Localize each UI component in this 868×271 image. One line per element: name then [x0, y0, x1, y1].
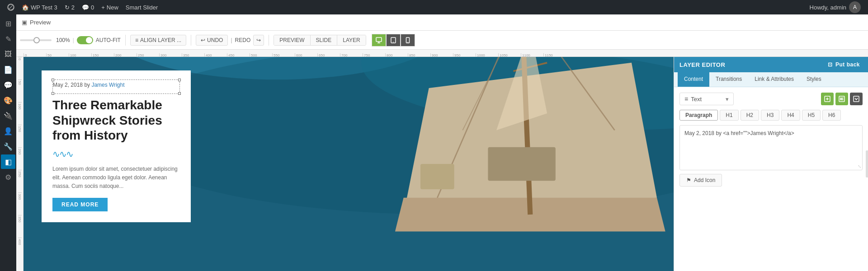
type-action-buttons	[821, 93, 863, 105]
heading-h2[interactable]: H2	[741, 110, 759, 121]
heading-buttons-group: Paragraph H1 H2 H3 H4 H5 H6	[679, 110, 863, 121]
layer-editor-header: LAYER EDITOR ⊡ Put back	[674, 57, 868, 72]
ruler-v-400: 400	[18, 238, 22, 260]
svg-rect-27	[854, 96, 859, 102]
preview-slide-layer-group: PREVIEW SLIDE LAYER	[274, 35, 366, 46]
site-name-item[interactable]: 🏠 WP Test 3	[18, 0, 61, 14]
updates-item[interactable]: ↻ 2	[61, 0, 78, 14]
put-back-icon: ⊡	[828, 61, 833, 68]
align-icon: ≡	[135, 37, 138, 43]
ruler-mark-450: 450	[227, 53, 250, 57]
heading-h6[interactable]: H6	[822, 110, 841, 121]
heading-h4[interactable]: H4	[781, 110, 800, 121]
ruler-v-50: 50	[18, 79, 22, 102]
ruler-mark-50: 50	[46, 53, 69, 57]
ruler-v-150: 150	[18, 125, 22, 147]
align-layer-button[interactable]: ≡ ALIGN LAYER ...	[130, 35, 186, 46]
sidebar-icon-settings[interactable]: ⚙	[1, 170, 15, 184]
ruler-mark-350: 350	[182, 53, 204, 57]
svg-point-5	[393, 42, 394, 42]
sidebar-icon-comments[interactable]: 💬	[1, 78, 15, 92]
resize-handle-icon[interactable]: ⤡	[858, 164, 861, 169]
new-item[interactable]: + New	[98, 0, 122, 14]
canvas-with-ruler: 0 50 100 150 200 250 300 350 400	[16, 57, 868, 271]
text-editor-area[interactable]: May 2, 2018 by <a href="">James Wright</…	[679, 125, 863, 170]
ruler-vertical: 0 50 100 150 200 250 300 350 400	[16, 57, 24, 271]
view-mobile-button[interactable]	[401, 34, 415, 47]
zoom-slider[interactable]	[20, 39, 52, 41]
ruler-mark-1150: 1150	[543, 53, 566, 57]
layer-editor-panel: LAYER EDITOR ⊡ Put back Content Transiti…	[674, 57, 868, 271]
sidebar-icon-plugins[interactable]: 🔌	[1, 108, 15, 123]
view-tablet-button[interactable]	[386, 34, 401, 47]
heading-h3[interactable]: H3	[761, 110, 779, 121]
admin-bar: 🏠 WP Test 3 ↻ 2 💬 0 + New Smart Slider H…	[0, 0, 868, 14]
ruler-mark-0: 0	[24, 53, 46, 57]
plus-icon: +	[101, 4, 105, 11]
preview-button[interactable]: PREVIEW	[274, 35, 310, 45]
sidebar-icon-media[interactable]: 🖼	[1, 47, 15, 61]
plugin-name: Smart Slider	[126, 4, 158, 11]
toolbar: 100% | AUTO-FIT ≡ ALIGN LAYER ... ↩ UNDO…	[16, 31, 868, 50]
add-icon-label: Add Icon	[694, 177, 715, 183]
redo-label[interactable]: REDO	[235, 37, 251, 43]
action-btn-3[interactable]	[850, 93, 863, 105]
sidebar-icon-slider[interactable]: ◧	[1, 154, 15, 169]
sidebar-icon-posts[interactable]: ✎	[1, 32, 15, 46]
slide-button[interactable]: SLIDE	[311, 35, 338, 45]
author-link[interactable]: James Wright	[91, 82, 124, 88]
admin-layout: ⊞ ✎ 🖼 📄 💬 🎨 🔌 👤 🔧 ◧ ⚙ ▣ Preview 100% |	[0, 14, 868, 271]
slide-canvas[interactable]: May 2, 2018 by James Wright Three Remark…	[24, 57, 868, 271]
type-selector-dropdown[interactable]: ≡ Text ▾	[679, 93, 734, 105]
action-btn-1[interactable]	[821, 93, 834, 105]
heading-h1[interactable]: H1	[720, 110, 738, 121]
ruler-mark-650: 650	[317, 53, 340, 57]
undo-redo-sep: |	[231, 37, 232, 43]
panel-resize-handle[interactable]	[866, 150, 868, 178]
view-desktop-button[interactable]	[372, 34, 386, 47]
update-count: 2	[71, 4, 75, 11]
sync-icon: ↻	[65, 4, 70, 11]
svg-rect-1	[376, 37, 382, 42]
ruler-h-marks: 0 50 100 150 200 250 300 350 400 450 500…	[24, 50, 566, 57]
read-more-button[interactable]: READ MORE	[52, 198, 108, 211]
put-back-button[interactable]: ⊡ Put back	[825, 61, 863, 69]
tab-transitions[interactable]: Transitions	[709, 72, 748, 87]
left-sidebar: ⊞ ✎ 🖼 📄 💬 🎨 🔌 👤 🔧 ◧ ⚙	[0, 14, 16, 271]
svg-point-7	[407, 42, 408, 42]
tab-styles[interactable]: Styles	[800, 72, 828, 87]
selection-wrapper: May 2, 2018 by James Wright	[52, 79, 180, 94]
layer-editor-title: LAYER EDITOR	[679, 61, 725, 68]
plugin-name-item[interactable]: Smart Slider	[122, 0, 162, 14]
handle-br[interactable]	[178, 92, 181, 95]
add-icon-button[interactable]: ⚑ Add Icon	[679, 174, 722, 187]
action-btn-2[interactable]	[835, 93, 848, 105]
wp-logo[interactable]	[4, 0, 18, 14]
handle-tr[interactable]	[178, 79, 181, 81]
comments-item[interactable]: 💬 0	[78, 0, 98, 14]
ruler-v-350: 350	[18, 215, 22, 238]
ruler-mark-750: 750	[363, 53, 385, 57]
redo-button[interactable]: ↪	[253, 35, 264, 46]
heading-h5[interactable]: H5	[802, 110, 821, 121]
sep-1	[125, 35, 126, 46]
ruler-mark-600: 600	[295, 53, 317, 57]
handle-bl[interactable]	[52, 92, 54, 95]
auto-fit-toggle[interactable]	[77, 36, 93, 44]
tab-link-attributes[interactable]: Link & Attributes	[748, 72, 800, 87]
ruler-v-200: 200	[18, 147, 22, 170]
zoom-handle[interactable]	[33, 37, 40, 43]
handle-tl[interactable]	[52, 79, 54, 81]
sidebar-icon-appearance[interactable]: 🎨	[1, 93, 15, 107]
sidebar-icon-pages[interactable]: 📄	[1, 62, 15, 77]
ruler-mark-150: 150	[91, 53, 114, 57]
tab-content[interactable]: Content	[678, 72, 709, 87]
sidebar-icon-users[interactable]: 👤	[1, 124, 15, 138]
sidebar-icon-dashboard[interactable]: ⊞	[1, 16, 15, 31]
heading-paragraph[interactable]: Paragraph	[679, 110, 718, 121]
layer-button[interactable]: LAYER	[337, 35, 365, 45]
sep-3	[269, 35, 269, 46]
undo-button[interactable]: ↩ UNDO	[196, 35, 228, 46]
meta-text: May 2, 2018 by	[53, 82, 91, 88]
sidebar-icon-tools[interactable]: 🔧	[1, 139, 15, 154]
